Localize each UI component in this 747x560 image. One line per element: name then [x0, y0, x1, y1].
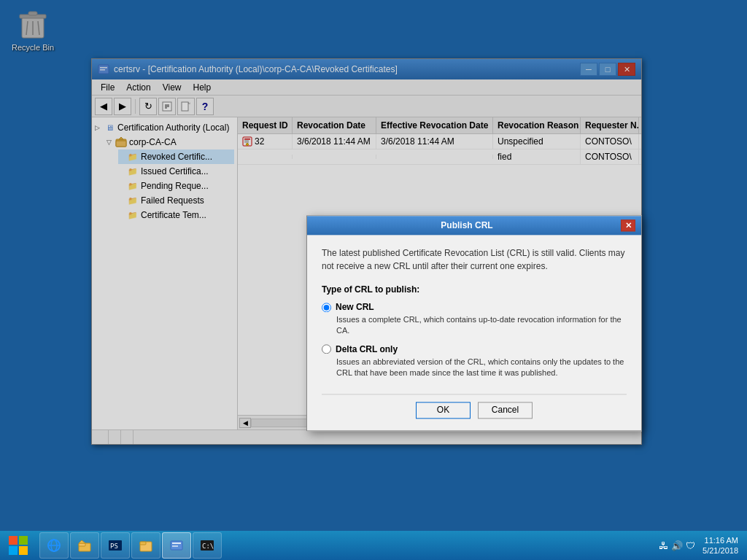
security-icon[interactable]: 🛡 — [686, 540, 695, 551]
svg-rect-39 — [172, 542, 181, 544]
sys-tray: 🖧 🔊 🛡 — [659, 540, 695, 551]
taskbar-powershell[interactable]: PS — [101, 532, 130, 559]
svg-rect-37 — [140, 542, 146, 545]
svg-rect-24 — [9, 536, 18, 545]
clock-time: 11:16 AM — [703, 535, 738, 545]
taskbar-files[interactable] — [131, 532, 160, 559]
ok-button[interactable]: OK — [416, 402, 471, 419]
svg-text:PS: PS — [110, 542, 118, 550]
new-crl-radio[interactable] — [322, 303, 331, 312]
network-icon[interactable]: 🖧 — [659, 540, 668, 551]
system-clock[interactable]: 11:16 AM 5/21/2018 — [700, 535, 741, 556]
start-button[interactable] — [0, 531, 36, 560]
new-crl-description: Issues a complete CRL, which contains up… — [322, 314, 627, 337]
svg-marker-33 — [79, 540, 85, 543]
dialog-section-label: Type of CRL to publish: — [322, 284, 627, 295]
dialog-overlay: Publish CRL ✕ The latest published Certi… — [0, 0, 747, 560]
delta-crl-description: Issues an abbreviated version of the CRL… — [322, 357, 627, 379]
dialog-title-bar: Publish CRL ✕ — [307, 216, 641, 235]
svg-rect-25 — [19, 536, 28, 545]
svg-rect-32 — [79, 543, 85, 546]
taskbar: PS C:\ 🖧 🔊 🛡 11:16 AM 5/21/2018 — [0, 531, 747, 560]
delta-crl-label: Delta CRL only — [336, 344, 398, 354]
delta-crl-option: Delta CRL only Issues an abbreviated ver… — [322, 344, 627, 379]
new-crl-label: New CRL — [336, 302, 374, 312]
svg-text:C:\: C:\ — [202, 542, 214, 550]
svg-rect-26 — [9, 546, 18, 555]
svg-rect-27 — [19, 546, 28, 555]
cancel-button[interactable]: Cancel — [478, 402, 533, 419]
dialog-close-button[interactable]: ✕ — [621, 219, 635, 231]
dialog-buttons: OK Cancel — [322, 394, 627, 419]
taskbar-explorer[interactable] — [70, 532, 99, 559]
publish-crl-dialog: Publish CRL ✕ The latest published Certi… — [306, 215, 642, 431]
delta-crl-row[interactable]: Delta CRL only — [322, 344, 627, 354]
clock-date: 5/21/2018 — [703, 545, 738, 556]
start-icon — [8, 535, 28, 556]
svg-rect-40 — [172, 545, 178, 547]
delta-crl-radio[interactable] — [322, 345, 331, 354]
taskbar-cmd[interactable]: C:\ — [193, 532, 222, 559]
dialog-content: The latest published Certificate Revocat… — [307, 235, 641, 430]
desktop: Recycle Bin certsrv - [Certification Aut… — [0, 0, 747, 560]
dialog-info-text: The latest published Certificate Revocat… — [322, 246, 627, 273]
taskbar-ie[interactable] — [39, 532, 69, 559]
new-crl-row[interactable]: New CRL — [322, 302, 627, 312]
speaker-icon[interactable]: 🔊 — [671, 540, 683, 551]
new-crl-option: New CRL Issues a complete CRL, which con… — [322, 302, 627, 337]
taskbar-server-manager[interactable] — [162, 532, 191, 559]
taskbar-apps: PS C:\ — [36, 532, 653, 559]
taskbar-right: 🖧 🔊 🛡 11:16 AM 5/21/2018 — [653, 535, 747, 556]
dialog-title: Publish CRL — [313, 220, 621, 230]
